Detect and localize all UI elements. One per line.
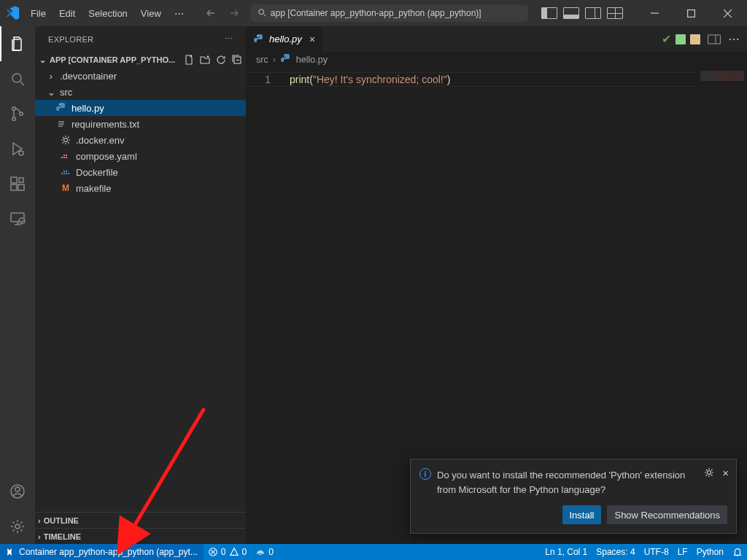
window-minimize-icon[interactable] xyxy=(638,0,671,26)
editor-more-icon[interactable]: ⋯ xyxy=(728,32,740,46)
collapse-all-icon[interactable] xyxy=(231,54,243,66)
toggle-panel-bottom-icon[interactable] xyxy=(563,7,579,19)
breadcrumb-src[interactable]: src xyxy=(256,55,268,65)
svg-line-7 xyxy=(20,82,24,85)
nav-back-icon[interactable] xyxy=(203,5,219,21)
tab-label: hello.py xyxy=(269,34,302,44)
file-compose[interactable]: compose.yaml xyxy=(35,148,246,164)
window-close-icon[interactable] xyxy=(711,0,744,26)
chevron-right-icon: › xyxy=(38,532,41,541)
notification-message: Do you want to install the recommended '… xyxy=(437,468,727,497)
svg-point-10 xyxy=(20,112,23,116)
compose-file-icon xyxy=(60,150,71,162)
chevron-down-icon: ⌄ xyxy=(38,55,47,65)
svg-rect-3 xyxy=(687,9,694,17)
python-file-icon xyxy=(55,102,67,114)
svg-point-22 xyxy=(59,104,60,104)
new-file-icon[interactable] xyxy=(183,54,195,66)
status-problems[interactable]: 0 0 xyxy=(204,544,251,560)
status-notifications-icon[interactable] xyxy=(728,544,747,560)
install-button[interactable]: Install xyxy=(562,505,602,524)
activity-explorer-icon[interactable] xyxy=(0,26,35,61)
breadcrumbs[interactable]: src › hello.py xyxy=(246,52,747,68)
vscode-logo-icon xyxy=(0,5,25,21)
tab-bar: hello.py × ✔ ⋯ xyxy=(246,26,747,52)
status-encoding[interactable]: UTF-8 xyxy=(640,544,673,560)
show-recommendations-button[interactable]: Show Recommendations xyxy=(607,505,727,524)
status-language[interactable]: Python xyxy=(692,544,728,560)
status-indent[interactable]: Spaces: 4 xyxy=(592,544,639,560)
command-center-text: app [Container app_python-app_python (ap… xyxy=(271,8,481,18)
new-folder-icon[interactable] xyxy=(199,54,211,66)
text-file-icon xyxy=(55,118,67,130)
menu-selection[interactable]: Selection xyxy=(82,5,133,22)
tab-close-icon[interactable]: × xyxy=(309,34,315,45)
info-icon: i xyxy=(419,468,431,480)
activity-run-icon[interactable] xyxy=(0,131,35,166)
status-eol[interactable]: LF xyxy=(673,544,692,560)
activity-search-icon[interactable] xyxy=(0,61,35,96)
svg-point-24 xyxy=(257,35,258,36)
folder-src[interactable]: ⌄ src xyxy=(35,84,246,100)
run-file-icon[interactable] xyxy=(676,34,686,44)
sidebar-more-icon[interactable]: ⋯ xyxy=(225,34,233,44)
chevron-right-icon: › xyxy=(273,55,276,65)
status-cursor[interactable]: Ln 1, Col 1 xyxy=(541,544,592,560)
refresh-icon[interactable] xyxy=(215,54,227,66)
file-docker-env[interactable]: .docker.env xyxy=(35,132,246,148)
activity-source-control-icon[interactable] xyxy=(0,96,35,131)
chevron-right-icon: › xyxy=(47,71,55,82)
title-bar: File Edit Selection View ⋯ app [Containe… xyxy=(0,0,747,26)
ports-icon xyxy=(255,547,266,557)
svg-point-9 xyxy=(12,117,16,121)
status-bar: Container app_python-app_python (app_pyt… xyxy=(0,544,747,560)
activity-remote-explorer-icon[interactable] xyxy=(0,201,35,236)
svg-point-29 xyxy=(260,554,261,556)
trusted-check-icon[interactable]: ✔ xyxy=(662,32,671,46)
outline-section[interactable]: › OUTLINE xyxy=(35,512,246,528)
makefile-icon: M xyxy=(60,182,71,194)
project-name: APP [CONTAINER APP_PYTHO... xyxy=(50,55,180,64)
tab-hello-py[interactable]: hello.py × xyxy=(246,26,323,52)
svg-rect-15 xyxy=(19,178,23,182)
sidebar-title: EXPLORER xyxy=(48,35,93,44)
toggle-panel-right-icon[interactable] xyxy=(585,7,601,19)
svg-point-8 xyxy=(12,107,16,111)
timeline-section[interactable]: › TIMELINE xyxy=(35,528,246,544)
minimap[interactable] xyxy=(700,71,744,81)
gear-icon[interactable] xyxy=(703,467,715,481)
file-makefile[interactable]: M makefile xyxy=(35,180,246,196)
breadcrumb-file[interactable]: hello.py xyxy=(296,55,328,65)
activity-manage-icon[interactable] xyxy=(0,509,35,544)
docker-file-icon xyxy=(60,166,71,178)
activity-accounts-icon[interactable] xyxy=(0,474,35,509)
explorer-folder-header[interactable]: ⌄ APP [CONTAINER APP_PYTHO... xyxy=(35,52,246,68)
customize-layout-icon[interactable] xyxy=(607,7,623,19)
menu-view[interactable]: View xyxy=(135,5,167,22)
menu-more-icon[interactable]: ⋯ xyxy=(169,5,190,22)
nav-forward-icon[interactable] xyxy=(226,5,242,21)
split-editor-icon[interactable] xyxy=(708,34,721,44)
menu-edit[interactable]: Edit xyxy=(53,5,81,22)
file-requirements[interactable]: requirements.txt xyxy=(35,116,246,132)
close-icon[interactable]: × xyxy=(722,467,729,481)
menu-file[interactable]: File xyxy=(25,5,52,22)
svg-point-19 xyxy=(15,487,20,491)
remote-icon xyxy=(4,547,15,557)
toggle-panel-left-icon[interactable] xyxy=(541,7,557,19)
status-ports[interactable]: 0 xyxy=(251,544,278,560)
svg-point-23 xyxy=(64,139,68,142)
folder-devcontainer[interactable]: › .devcontainer xyxy=(35,68,246,84)
svg-point-6 xyxy=(12,74,21,82)
chevron-down-icon: ⌄ xyxy=(47,87,55,98)
gear-file-icon xyxy=(60,134,71,146)
svg-rect-12 xyxy=(11,177,17,183)
window-maximize-icon[interactable] xyxy=(674,0,708,26)
activity-extensions-icon[interactable] xyxy=(0,166,35,201)
file-hello-py[interactable]: hello.py xyxy=(35,100,246,116)
remote-indicator[interactable]: Container app_python-app_python (app_pyt… xyxy=(0,544,204,560)
file-dockerfile[interactable]: Dockerfile xyxy=(35,164,246,180)
command-center[interactable]: app [Container app_python-app_python (ap… xyxy=(251,4,528,22)
app-menu: File Edit Selection View ⋯ xyxy=(25,5,190,22)
compare-icon[interactable] xyxy=(690,34,700,44)
